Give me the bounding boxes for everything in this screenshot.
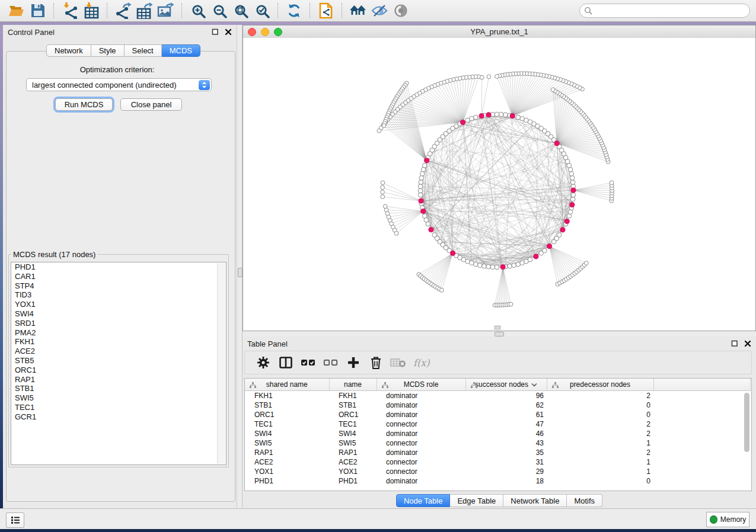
splitter-grip-icon[interactable] bbox=[238, 268, 243, 277]
table-cell[interactable]: 96 bbox=[465, 391, 547, 401]
table-cell[interactable]: FKH1 bbox=[329, 391, 377, 401]
table-row[interactable]: ORC1ORC1dominator610 bbox=[245, 410, 751, 419]
table-cell[interactable]: STB1 bbox=[245, 400, 329, 410]
mcds-result-item[interactable]: RAP1 bbox=[11, 375, 226, 384]
table-cell[interactable]: 0 bbox=[547, 476, 653, 486]
export-table-icon[interactable] bbox=[134, 1, 155, 20]
column-header-successor-nodes[interactable]: successor nodes bbox=[465, 379, 547, 391]
table-row[interactable]: PHD1PHD1dominator180 bbox=[245, 476, 751, 486]
table-cell[interactable]: connector bbox=[377, 438, 465, 448]
table-cell[interactable]: 18 bbox=[465, 476, 547, 486]
close-panel-button[interactable]: Close panel bbox=[120, 98, 182, 111]
float-panel-icon[interactable] bbox=[211, 28, 219, 36]
table-cell[interactable]: 31 bbox=[465, 457, 547, 467]
table-row[interactable]: SWI5SWI5connector431 bbox=[245, 438, 751, 448]
table-cell[interactable]: connector bbox=[377, 457, 465, 467]
table-cell[interactable]: SWI4 bbox=[245, 429, 329, 438]
table-row[interactable]: ACE2ACE2connector311 bbox=[245, 457, 751, 467]
column-header-name[interactable]: name bbox=[329, 379, 377, 391]
zoom-in-icon[interactable] bbox=[187, 1, 209, 20]
table-scrollbar[interactable] bbox=[744, 392, 750, 489]
mcds-result-item[interactable]: FKH1 bbox=[11, 337, 226, 347]
tab-motifs[interactable]: Motifs bbox=[567, 494, 602, 507]
table-scrollbar-thumb[interactable] bbox=[744, 393, 749, 452]
houses-icon[interactable] bbox=[347, 1, 369, 20]
table-cell[interactable]: 2 bbox=[547, 391, 653, 401]
zoom-selected-icon[interactable] bbox=[251, 1, 273, 20]
tab-network-table[interactable]: Network Table bbox=[503, 494, 567, 507]
table-cell[interactable]: dominator bbox=[377, 391, 465, 401]
table-cell[interactable]: 61 bbox=[465, 410, 547, 419]
export-image-icon[interactable] bbox=[155, 1, 177, 20]
mcds-result-item[interactable]: SWI5 bbox=[11, 393, 226, 403]
tab-style[interactable]: Style bbox=[91, 44, 125, 57]
table-cell[interactable]: 29 bbox=[465, 467, 547, 476]
mcds-result-item[interactable]: STB5 bbox=[11, 356, 226, 366]
table-cell[interactable]: PHD1 bbox=[245, 476, 329, 486]
table-cell[interactable]: 2 bbox=[547, 429, 653, 438]
search-box[interactable] bbox=[579, 4, 750, 18]
column-header-shared-name[interactable]: shared name bbox=[245, 379, 329, 391]
table-cell[interactable]: ACE2 bbox=[329, 457, 377, 467]
columns-icon[interactable] bbox=[277, 355, 294, 370]
horizontal-splitter[interactable] bbox=[243, 331, 756, 336]
table-cell[interactable]: 0 bbox=[547, 410, 653, 419]
mcds-result-item[interactable]: TID3 bbox=[11, 290, 226, 300]
column-header-MCDS-role[interactable]: MCDS role bbox=[377, 379, 465, 391]
optimization-criterion-select[interactable]: largest connected component (undirected) bbox=[26, 78, 212, 91]
mcds-result-item[interactable]: CAR1 bbox=[11, 272, 226, 281]
add-icon[interactable] bbox=[344, 355, 362, 370]
tab-network[interactable]: Network bbox=[46, 44, 91, 57]
float-panel-icon[interactable] bbox=[731, 340, 738, 348]
mcds-result-item[interactable]: SRD1 bbox=[11, 319, 226, 328]
table-row[interactable]: FKH1FKH1dominator962 bbox=[245, 391, 751, 401]
mcds-result-item[interactable]: ACE2 bbox=[11, 347, 226, 356]
mcds-result-item[interactable]: SWI4 bbox=[11, 309, 226, 319]
table-cell[interactable]: RAP1 bbox=[245, 448, 329, 457]
gear-icon[interactable] bbox=[254, 355, 272, 370]
column-header-predecessor-nodes[interactable]: predecessor nodes bbox=[547, 379, 653, 391]
show-details-icon[interactable] bbox=[390, 1, 412, 20]
table-cell[interactable]: connector bbox=[377, 419, 465, 429]
table-cell[interactable]: 35 bbox=[465, 448, 547, 457]
mcds-result-list[interactable]: PHD1CAR1STP4TID3YOX1SWI4SRD1PMA2FKH1ACE2… bbox=[11, 262, 227, 465]
memory-button[interactable]: Memory bbox=[706, 512, 749, 527]
tab-mcds[interactable]: MCDS bbox=[162, 44, 200, 57]
table-cell[interactable]: 1 bbox=[547, 438, 653, 448]
save-session-icon[interactable] bbox=[27, 1, 49, 20]
network-window-titlebar[interactable]: YPA_prune.txt_1 bbox=[243, 25, 755, 39]
table-cell[interactable]: SWI5 bbox=[245, 438, 329, 448]
search-input[interactable] bbox=[593, 5, 749, 17]
table-cell[interactable]: dominator bbox=[377, 400, 465, 410]
table-cell[interactable]: ACE2 bbox=[245, 457, 329, 467]
tab-edge-table[interactable]: Edge Table bbox=[450, 494, 503, 507]
table-cell[interactable]: connector bbox=[377, 467, 465, 476]
table-cell[interactable]: 46 bbox=[465, 429, 547, 438]
task-history-button[interactable] bbox=[6, 512, 24, 528]
table-cell[interactable]: 1 bbox=[547, 457, 653, 467]
mcds-result-item[interactable]: STP4 bbox=[11, 281, 226, 291]
table-cell[interactable]: 2 bbox=[547, 448, 653, 457]
table-cell[interactable]: TEC1 bbox=[245, 419, 329, 429]
table-cell[interactable]: YOX1 bbox=[245, 467, 329, 476]
mcds-result-item[interactable]: TEC1 bbox=[11, 403, 226, 412]
table-cell[interactable]: ORC1 bbox=[245, 410, 329, 419]
vertical-splitter[interactable] bbox=[237, 25, 243, 508]
run-mcds-button[interactable]: Run MCDS bbox=[55, 98, 113, 111]
table-cell[interactable]: dominator bbox=[377, 410, 465, 419]
mcds-result-item[interactable]: ORC1 bbox=[11, 366, 226, 375]
mcds-result-item[interactable]: GCR1 bbox=[11, 412, 226, 422]
mcds-list-scrollbar[interactable] bbox=[217, 263, 225, 464]
table-cell[interactable]: 0 bbox=[547, 400, 653, 410]
table-cell[interactable]: YOX1 bbox=[329, 467, 377, 476]
network-document-icon[interactable] bbox=[315, 1, 337, 20]
zoom-fit-icon[interactable] bbox=[230, 1, 251, 20]
table-row[interactable]: RAP1RAP1dominator352 bbox=[245, 448, 751, 457]
table-row[interactable]: STB1STB1dominator620 bbox=[245, 400, 751, 410]
export-network-icon[interactable] bbox=[113, 1, 134, 20]
table-cell[interactable]: dominator bbox=[377, 448, 465, 457]
table-cell[interactable]: RAP1 bbox=[329, 448, 377, 457]
import-table-icon[interactable] bbox=[81, 1, 102, 20]
table-row[interactable]: TEC1TEC1connector472 bbox=[245, 419, 751, 429]
network-canvas[interactable] bbox=[243, 38, 755, 331]
